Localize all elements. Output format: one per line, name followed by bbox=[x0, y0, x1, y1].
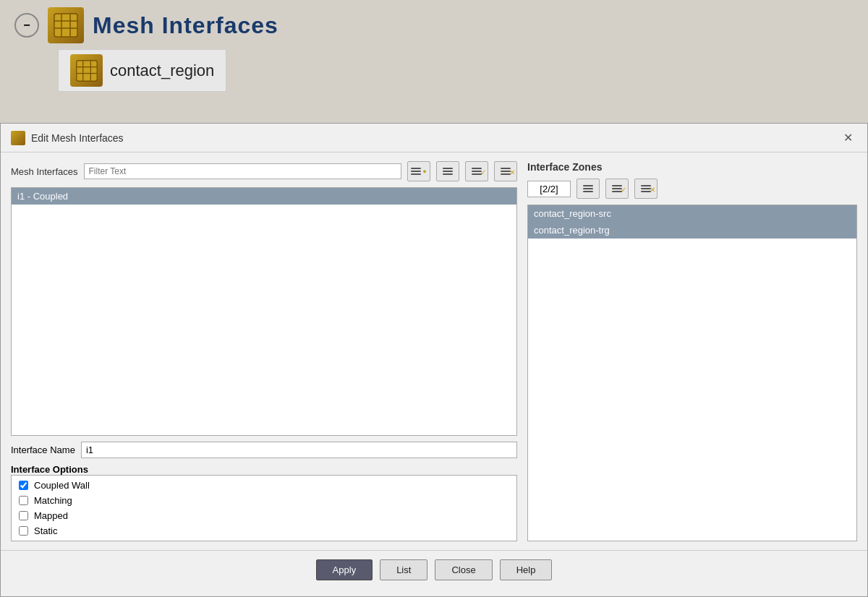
interface-zones-title: Interface Zones bbox=[527, 161, 857, 173]
check-icon-wrapper: ✓ bbox=[472, 168, 482, 175]
coupled-wall-checkbox[interactable] bbox=[19, 481, 28, 490]
top-banner: − Mesh Interfaces bbox=[0, 0, 868, 123]
mesh-interfaces-list[interactable]: i1 - Coupled bbox=[11, 187, 517, 436]
apply-button[interactable]: Apply bbox=[316, 559, 373, 580]
zone-list-item[interactable]: contact_region-src bbox=[528, 205, 856, 222]
option-coupled-wall: Coupled Wall bbox=[19, 480, 509, 491]
zones-count: [2/2] bbox=[527, 181, 571, 197]
dialog-title-row: Edit Mesh Interfaces bbox=[11, 131, 124, 145]
filter-dot-icon: ● bbox=[422, 168, 426, 175]
zones-clear-wrapper: ✕ bbox=[641, 185, 651, 192]
zones-list-icon bbox=[583, 185, 593, 192]
dialog-header: Edit Mesh Interfaces ✕ bbox=[1, 124, 867, 153]
option-static: Static bbox=[19, 525, 509, 536]
left-panel: Mesh Interfaces ● bbox=[11, 161, 517, 541]
banner-subtitle-row: contact_region bbox=[58, 49, 854, 92]
svg-rect-0 bbox=[54, 14, 77, 37]
static-checkbox[interactable] bbox=[19, 526, 28, 536]
dialog-icon bbox=[11, 131, 25, 145]
mapped-checkbox[interactable] bbox=[19, 511, 28, 520]
filter-input[interactable] bbox=[84, 163, 402, 179]
zones-checkmark-icon: ✓ bbox=[621, 186, 626, 194]
interface-options-section: Interface Options Coupled Wall Matching … bbox=[11, 464, 517, 541]
x-icon: ✕ bbox=[509, 168, 515, 176]
zones-check-button[interactable]: ✓ bbox=[605, 179, 629, 199]
edit-mesh-interfaces-dialog: Edit Mesh Interfaces ✕ Mesh Interfaces ● bbox=[0, 123, 868, 597]
svg-rect-5 bbox=[76, 60, 96, 80]
dialog-title: Edit Mesh Interfaces bbox=[31, 132, 124, 144]
dialog-footer: Apply List Close Help bbox=[1, 550, 867, 589]
interface-zones-list[interactable]: contact_region-src contact_region-trg bbox=[527, 205, 857, 541]
interface-name-label: Interface Name bbox=[11, 444, 75, 455]
option-mapped: Mapped bbox=[19, 510, 509, 521]
contact-region-icon bbox=[70, 54, 103, 87]
filter-all-button[interactable] bbox=[436, 161, 459, 181]
minimize-button[interactable]: − bbox=[14, 13, 39, 38]
option-matching: Matching bbox=[19, 495, 509, 506]
options-box: Coupled Wall Matching Mapped Static bbox=[11, 475, 517, 541]
list-button[interactable]: List bbox=[380, 559, 427, 580]
mesh-interfaces-icon bbox=[48, 7, 84, 43]
dialog-body: Mesh Interfaces ● bbox=[1, 153, 867, 550]
filter-check-button[interactable]: ✓ bbox=[465, 161, 488, 181]
list-options-icon bbox=[411, 168, 421, 175]
filter-options-button[interactable]: ● bbox=[407, 161, 430, 181]
dialog-close-button[interactable]: ✕ bbox=[839, 129, 857, 146]
zones-clear-button[interactable]: ✕ bbox=[634, 179, 658, 199]
zones-check-wrapper: ✓ bbox=[612, 185, 622, 192]
matching-checkbox[interactable] bbox=[19, 496, 28, 505]
mesh-interfaces-row: Mesh Interfaces ● bbox=[11, 161, 517, 181]
right-panel: Interface Zones [2/2] ✓ bbox=[527, 161, 857, 541]
zones-x-icon: ✕ bbox=[650, 186, 655, 194]
filter-clear-button[interactable]: ✕ bbox=[494, 161, 517, 181]
clear-icon-wrapper: ✕ bbox=[501, 168, 511, 175]
checkmark-icon: ✓ bbox=[480, 168, 486, 176]
close-button[interactable]: Close bbox=[435, 559, 492, 580]
interface-name-input[interactable] bbox=[81, 442, 517, 458]
subtitle-text: contact_region bbox=[110, 61, 214, 80]
interface-name-row: Interface Name bbox=[11, 442, 517, 458]
list-item[interactable]: i1 - Coupled bbox=[12, 188, 516, 205]
banner-title-row: − Mesh Interfaces bbox=[14, 7, 854, 43]
zones-controls: [2/2] ✓ bbox=[527, 179, 857, 199]
subtitle-container: contact_region bbox=[58, 49, 226, 92]
interface-options-label: Interface Options bbox=[11, 464, 517, 475]
list-all-icon bbox=[443, 168, 453, 175]
zones-all-button[interactable] bbox=[576, 179, 600, 199]
mesh-interfaces-label: Mesh Interfaces bbox=[11, 166, 78, 177]
zone-list-item[interactable]: contact_region-trg bbox=[528, 222, 856, 239]
banner-title-text: Mesh Interfaces bbox=[93, 12, 278, 39]
help-button[interactable]: Help bbox=[500, 559, 553, 580]
